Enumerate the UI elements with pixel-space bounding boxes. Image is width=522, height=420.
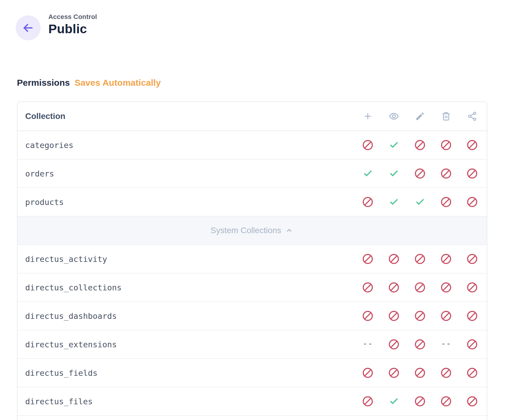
permission-toggle-delete[interactable] xyxy=(433,367,459,378)
permission-toggle-create[interactable] xyxy=(355,253,381,265)
collection-name: orders xyxy=(17,169,355,178)
table-row xyxy=(17,416,487,420)
collection-name: directus_collections xyxy=(17,283,355,292)
block-icon xyxy=(362,253,373,265)
permission-cells xyxy=(355,168,487,179)
permission-toggle-read[interactable] xyxy=(381,139,407,150)
block-icon xyxy=(440,139,452,151)
permission-toggle-create[interactable]: -- xyxy=(355,339,381,348)
table-row: directus_dashboards xyxy=(17,302,487,330)
block-icon xyxy=(362,396,373,407)
permission-toggle-delete[interactable]: -- xyxy=(433,339,459,348)
permission-toggle-delete[interactable] xyxy=(433,139,459,151)
block-icon xyxy=(440,196,452,208)
permission-toggle-share[interactable] xyxy=(459,168,485,179)
block-icon xyxy=(414,367,426,378)
permission-cells xyxy=(355,282,487,293)
permission-cells xyxy=(355,310,487,322)
no-permission-label: -- xyxy=(441,339,451,348)
eye-icon xyxy=(381,111,407,122)
permission-toggle-create[interactable] xyxy=(355,282,381,293)
block-icon xyxy=(414,396,426,407)
block-icon xyxy=(362,310,373,322)
permission-toggle-create[interactable] xyxy=(355,139,381,151)
permission-toggle-delete[interactable] xyxy=(433,396,459,407)
permission-toggle-read[interactable] xyxy=(381,168,407,179)
permission-toggle-update[interactable] xyxy=(407,253,433,265)
permission-toggle-share[interactable] xyxy=(459,339,485,350)
table-row: directus_activity xyxy=(17,245,487,273)
permission-toggle-read[interactable] xyxy=(381,367,407,378)
permission-toggle-update[interactable] xyxy=(407,282,433,293)
block-icon xyxy=(467,367,478,378)
permission-toggle-update[interactable] xyxy=(407,310,433,322)
permission-toggle-update[interactable] xyxy=(407,396,433,407)
permission-toggle-share[interactable] xyxy=(459,396,485,407)
block-icon xyxy=(388,339,400,350)
permission-toggle-create[interactable] xyxy=(355,367,381,378)
permission-toggle-share[interactable] xyxy=(459,253,485,265)
permission-toggle-share[interactable] xyxy=(459,367,485,378)
table-row: directus_collections xyxy=(17,273,487,302)
block-icon xyxy=(467,168,478,179)
table-row: orders xyxy=(17,160,487,188)
permission-toggle-create[interactable] xyxy=(355,310,381,322)
back-button[interactable] xyxy=(16,15,41,40)
block-icon xyxy=(467,396,478,407)
permission-toggle-update[interactable] xyxy=(407,168,433,179)
permission-toggle-update[interactable] xyxy=(407,339,433,350)
permission-toggle-read[interactable] xyxy=(381,310,407,322)
permission-toggle-share[interactable] xyxy=(459,310,485,322)
permission-cells xyxy=(355,367,487,378)
chevron-up-icon xyxy=(285,226,294,235)
block-icon xyxy=(414,139,426,151)
permission-toggle-update[interactable] xyxy=(407,196,433,207)
check-icon xyxy=(389,196,399,207)
permission-toggle-update[interactable] xyxy=(407,139,433,151)
block-icon xyxy=(467,339,478,350)
collection-name: directus_files xyxy=(17,397,355,406)
page-title: Public xyxy=(48,22,97,36)
block-icon xyxy=(440,168,452,179)
breadcrumb[interactable]: Access Control xyxy=(48,13,97,21)
block-icon xyxy=(388,253,400,265)
permission-toggle-read[interactable] xyxy=(381,396,407,406)
permission-toggle-delete[interactable] xyxy=(433,282,459,293)
permission-toggle-update[interactable] xyxy=(407,367,433,378)
system-collections-divider[interactable]: System Collections xyxy=(17,217,487,245)
check-icon xyxy=(389,168,399,179)
collection-name: directus_extensions xyxy=(17,340,355,349)
permission-toggle-delete[interactable] xyxy=(433,196,459,208)
permission-toggle-delete[interactable] xyxy=(433,253,459,265)
permission-toggle-read[interactable] xyxy=(381,282,407,293)
check-icon xyxy=(362,168,373,179)
no-permission-label: -- xyxy=(363,339,373,348)
block-icon xyxy=(440,367,452,378)
collection-column-header: Collection xyxy=(17,112,355,121)
permissions-table: Collection categoriesordersproductsSyste… xyxy=(17,101,487,420)
permission-toggle-delete[interactable] xyxy=(433,168,459,179)
permission-cells xyxy=(355,396,487,407)
permission-toggle-share[interactable] xyxy=(459,139,485,151)
permission-toggle-create[interactable] xyxy=(355,396,381,407)
permission-toggle-read[interactable] xyxy=(381,339,407,350)
permission-toggle-create[interactable] xyxy=(355,196,381,208)
block-icon xyxy=(467,310,478,322)
permission-toggle-share[interactable] xyxy=(459,282,485,293)
table-body: categoriesordersproductsSystem Collectio… xyxy=(17,131,487,420)
permission-toggle-delete[interactable] xyxy=(433,310,459,322)
permission-toggle-read[interactable] xyxy=(381,196,407,207)
section-heading: PermissionsSaves Automatically xyxy=(17,78,161,88)
permission-toggle-share[interactable] xyxy=(459,196,485,208)
autosave-note: Saves Automatically xyxy=(74,78,161,88)
block-icon xyxy=(440,310,452,322)
block-icon xyxy=(467,139,478,151)
permission-toggle-create[interactable] xyxy=(355,168,381,179)
permission-cells: ---- xyxy=(355,339,487,350)
block-icon xyxy=(414,339,426,350)
collection-name: directus_fields xyxy=(17,368,355,378)
check-icon xyxy=(415,196,425,207)
table-header-row: Collection xyxy=(17,102,487,131)
permission-toggle-read[interactable] xyxy=(381,253,407,265)
pencil-icon xyxy=(407,111,433,122)
